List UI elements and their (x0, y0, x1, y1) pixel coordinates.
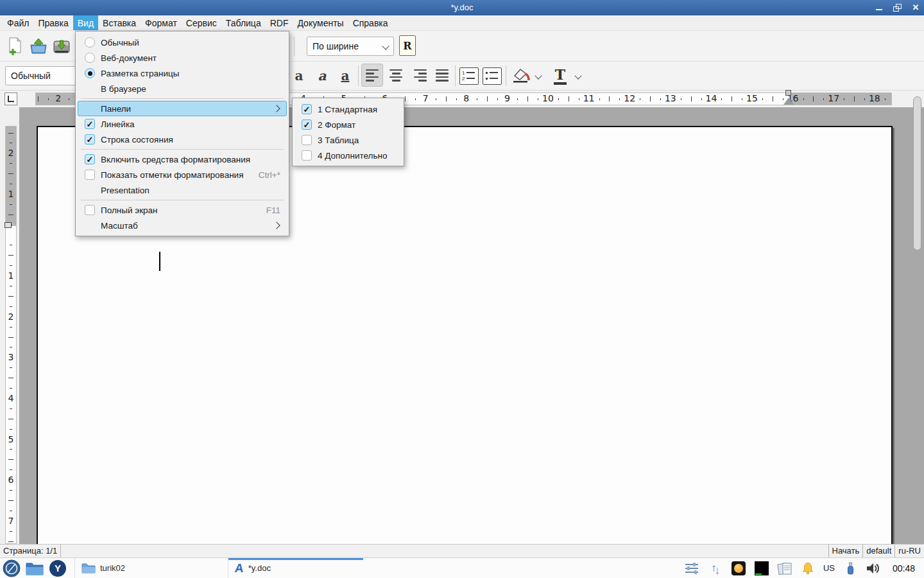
menu-help[interactable]: Справка (348, 15, 393, 30)
save-button[interactable] (51, 36, 72, 57)
file-manager-button[interactable] (23, 559, 46, 578)
tab-stop-selector[interactable] (4, 92, 17, 105)
ruler-tick (10, 347, 12, 347)
menu-item-ruler[interactable]: Линейка (78, 116, 287, 132)
menu-item-formatting-tools[interactable]: Включить средства форматирования (78, 152, 287, 167)
menu-documents[interactable]: Документы (293, 15, 348, 30)
text-color-dropdown[interactable] (573, 69, 583, 82)
page-indicator: Страница: 1/1 (0, 545, 61, 557)
right-margin-marker[interactable] (785, 90, 791, 96)
orange-indicator-tray-icon[interactable] (731, 561, 746, 576)
align-left-button[interactable] (361, 64, 383, 87)
top-margin-marker[interactable] (4, 222, 12, 228)
highlight-color-dropdown[interactable] (533, 69, 543, 82)
bullet-list-button[interactable] (483, 67, 502, 85)
mixer-tray-icon[interactable] (685, 561, 700, 576)
right-indent-marker[interactable] (783, 98, 794, 105)
y-browser-icon: Y (49, 560, 66, 577)
menu-file[interactable]: Файл (3, 15, 33, 30)
monitor-tray-icon[interactable] (754, 561, 769, 576)
menu-rdf[interactable]: RDF (266, 15, 293, 30)
menu-item-in-browser[interactable]: В браузере (78, 81, 287, 96)
ruler-tick (609, 96, 610, 101)
submenu-item-format[interactable]: 2 Формат (295, 117, 402, 132)
orange-ball-icon (732, 561, 746, 575)
menu-item-web-view[interactable]: Веб-документ (78, 50, 287, 66)
menu-insert[interactable]: Вставка (98, 15, 141, 30)
menu-item-print-layout[interactable]: Разметка страницы (78, 66, 287, 81)
ruler-number: 17 (828, 93, 839, 103)
menu-item-status-bar[interactable]: Строка состояния (78, 132, 287, 147)
submenu-item-extra[interactable]: 4 Дополнительно (295, 148, 402, 163)
ruler-number: 8 (463, 93, 469, 103)
ruler-tick (732, 96, 732, 101)
menu-table[interactable]: Таблица (221, 15, 266, 30)
style-combobox[interactable]: Обычный (5, 66, 76, 85)
menu-item-fullscreen[interactable]: Полный экран F11 (78, 202, 287, 218)
menu-item-show-formatting-marks[interactable]: Показать отметки форматирования Ctrl+* (78, 167, 287, 182)
app-launcher-button[interactable] (0, 559, 23, 578)
usb-tray-icon[interactable] (843, 561, 858, 576)
ruler-number: 2 (8, 311, 14, 322)
volume-tray-icon[interactable] (866, 561, 881, 576)
window-controls: ✕ (875, 0, 920, 15)
ruler-number: 6 (8, 475, 14, 485)
toolbar-separator (294, 37, 295, 56)
submenu-item-standard[interactable]: 1 Стандартная (295, 101, 402, 117)
menu-edit[interactable]: Правка (33, 15, 73, 30)
clock[interactable]: 00:48 (889, 563, 919, 574)
task-button-turik02[interactable]: turik02 (74, 558, 228, 578)
menu-view[interactable]: Вид (73, 15, 98, 30)
menu-item-toolbars[interactable]: Панели (78, 101, 287, 116)
text-color-button[interactable]: T (551, 65, 570, 87)
menu-format[interactable]: Формат (141, 15, 182, 30)
bold-button[interactable]: a (289, 64, 309, 87)
checkbox-icon (85, 205, 95, 215)
checkbox-checked-icon (85, 154, 95, 164)
y-browser-button[interactable]: Y (46, 559, 69, 578)
numbered-list-button[interactable]: 1 2 (459, 67, 479, 85)
chevron-down-icon (382, 42, 389, 49)
notes-tray-icon[interactable] (777, 561, 792, 576)
menu-tools[interactable]: Сервис (182, 15, 221, 30)
align-center-button[interactable] (385, 64, 407, 87)
abiword-icon: A (234, 562, 244, 574)
underline-button[interactable]: a (335, 64, 355, 87)
folder-icon (81, 562, 96, 575)
zoom-combobox[interactable]: По ширине (307, 37, 394, 56)
keyboard-layout-indicator[interactable]: US (823, 563, 835, 573)
restore-icon[interactable] (893, 3, 902, 12)
ruler-margin-number: 1 (8, 189, 14, 199)
ruler-tick (436, 98, 436, 100)
align-justify-button[interactable] (432, 64, 454, 87)
close-icon[interactable]: ✕ (911, 3, 920, 12)
menu-item-presentation[interactable]: Presentation (78, 182, 287, 198)
minimize-icon[interactable] (875, 3, 884, 12)
menu-item-normal-view[interactable]: Обычный (78, 35, 287, 50)
ruler-tick (10, 327, 12, 328)
black-monitor-icon (755, 561, 769, 575)
new-document-button[interactable] (5, 36, 26, 57)
submenu-item-table[interactable]: 3 Таблица (295, 132, 402, 148)
ruler-tick (701, 98, 702, 100)
ruler-tick (10, 408, 12, 409)
menu-item-zoom[interactable]: Масштаб (78, 218, 287, 233)
ruler-tick (762, 98, 763, 100)
rdf-editor-button[interactable]: R (399, 35, 416, 56)
align-right-button[interactable] (409, 64, 431, 87)
notifications-tray-icon[interactable] (800, 561, 816, 576)
statusbar-spacer (61, 545, 828, 557)
vertical-scrollbar-thumb[interactable] (913, 96, 921, 250)
ruler-margin-number: 2 (55, 93, 61, 103)
ruler-tick (10, 490, 12, 491)
ruler-tick (10, 469, 12, 470)
highlight-color-button[interactable] (510, 66, 531, 84)
network-traffic-tray-icon[interactable]: ↑↓ (708, 561, 723, 576)
task-button-ydoc[interactable]: A *y.doc (228, 558, 363, 578)
folder-icon (25, 560, 44, 577)
open-button[interactable] (28, 36, 49, 57)
italic-button[interactable]: a (312, 64, 332, 87)
task-button-label: turik02 (100, 563, 125, 573)
speaker-icon (866, 563, 881, 574)
ruler-number: 1 (8, 270, 14, 281)
